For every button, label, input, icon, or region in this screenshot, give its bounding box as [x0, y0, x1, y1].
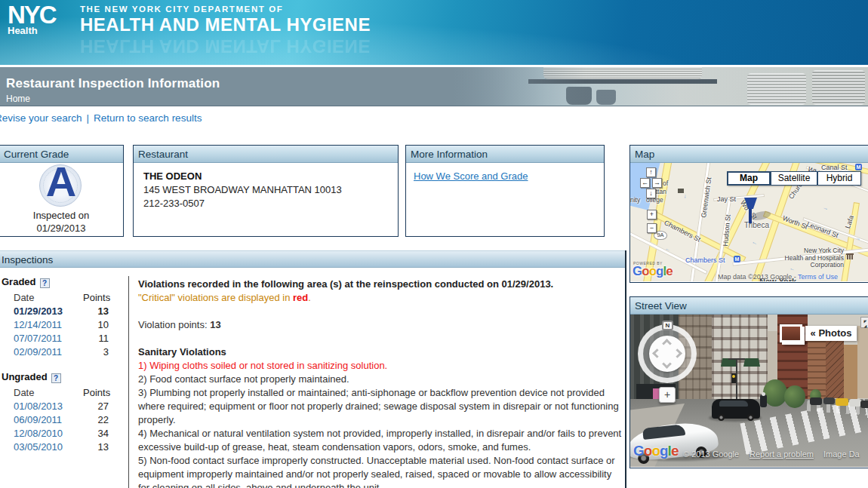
google-logo[interactable]: Google	[633, 443, 678, 459]
table-row: 03/05/201013	[2, 440, 122, 454]
inspection-date-link[interactable]: 01/08/2013	[14, 401, 63, 412]
map-label: Tribeca	[744, 221, 769, 229]
restaurant-phone: 212-233-0507	[143, 198, 205, 209]
sanitary-violations-title: Sanitary Violations	[138, 345, 625, 359]
sv-parked-car	[810, 397, 822, 405]
page-title: Restaurant Inspection Information	[6, 76, 220, 91]
department-title-reflection: HEALTH AND MENTAL HYGIENE	[80, 35, 371, 57]
table-row: 01/29/201313	[2, 305, 122, 318]
subway-icon: M	[855, 164, 862, 170]
site-header: NYC Health THE NEW YORK CITY DEPARTMENT …	[0, 0, 868, 65]
inspections-header: Inspections	[0, 250, 626, 268]
terms-of-use-link[interactable]: Terms of Use	[798, 273, 838, 281]
violations-detail: Violations recorded in the following are…	[138, 278, 625, 488]
table-row: 01/08/201327	[2, 400, 122, 413]
more-information-panel: More Information How We Score and Grade	[405, 145, 605, 237]
table-header-row: DatePoints	[2, 386, 122, 400]
map-label: Canal St	[821, 164, 848, 171]
restaurant-panel: Restaurant THE ODEON 145 WEST BROADWAY M…	[133, 145, 399, 237]
help-icon[interactable]: ?	[40, 278, 50, 288]
department-line2: HEALTH AND MENTAL HYGIENE	[80, 14, 371, 35]
table-row: 07/07/201111	[2, 332, 122, 345]
map-pan-left-button[interactable]: ←	[640, 178, 650, 188]
sv-traffic-light	[732, 375, 735, 378]
page: NYC Health THE NEW YORK CITY DEPARTMENT …	[0, 0, 868, 488]
street-view-panel: Street View	[629, 296, 868, 468]
help-icon[interactable]: ?	[51, 373, 61, 383]
sv-awning	[743, 358, 760, 367]
violation-item: 4) Mechanical or natural ventilation sys…	[138, 427, 625, 454]
map-label: Chambers St	[685, 256, 725, 264]
photos-thumbnail[interactable]	[780, 324, 802, 342]
return-results-link[interactable]: Return to search results	[94, 112, 202, 124]
map-label: Greenwich St	[700, 176, 713, 218]
map-header: Map	[630, 146, 868, 163]
critical-note: "Critical" violations are displayed in r…	[138, 291, 625, 305]
table-row: 12/14/201110	[2, 318, 122, 332]
map-pan-right-button[interactable]: →	[652, 178, 662, 188]
table-row: 12/08/201034	[2, 427, 122, 440]
inspection-date-link[interactable]: 12/08/2010	[14, 428, 63, 439]
streetview-pan-wheel[interactable]: N	[638, 324, 697, 383]
inspection-date-link[interactable]: 02/09/2011	[14, 346, 62, 358]
map-type-satellite-button[interactable]: Satellite	[771, 171, 817, 186]
report-problem-link[interactable]: Report a problem	[749, 450, 814, 459]
inspection-date-link[interactable]: 01/29/2013	[14, 305, 63, 317]
streetview-zoom-in-button[interactable]: +	[659, 387, 676, 403]
violation-item: 2) Food contact surface not properly mai…	[138, 373, 625, 386]
kitchen-photo	[453, 67, 868, 106]
page-banner: Restaurant Inspection Information Home	[0, 67, 868, 106]
street-view-header: Street View	[630, 297, 868, 315]
sv-building	[844, 345, 857, 399]
map-panel: Map → → → → → → Canal St	[629, 145, 868, 283]
sv-building	[826, 333, 844, 398]
sv-tree	[784, 385, 805, 408]
building-icon	[846, 253, 854, 259]
map-type-hybrid-button[interactable]: Hybrid	[817, 171, 861, 186]
sv-parked-car	[823, 397, 835, 404]
sv-parked-car	[860, 401, 868, 408]
sv-building	[712, 315, 768, 410]
map-pan-up-button[interactable]: ↑	[646, 167, 656, 177]
graded-inspections-table: Graded? DatePoints 01/29/201313 12/14/20…	[2, 276, 122, 359]
map-zoom-in-button[interactable]: +	[647, 210, 657, 219]
expand-icon[interactable]: ◤◢	[860, 317, 868, 328]
inspection-date-link[interactable]: 12/14/2011	[14, 319, 62, 330]
map-type-map-button[interactable]: Map	[727, 171, 771, 186]
home-link[interactable]: Home	[6, 94, 30, 104]
grade-letter: A	[0, 158, 123, 205]
inspections-right-border	[625, 250, 626, 488]
inspection-date-link[interactable]: 07/07/2011	[14, 333, 62, 344]
inspection-date-link[interactable]: 06/09/2011	[14, 414, 62, 425]
inspection-date-link[interactable]: 03/05/2010	[14, 441, 63, 453]
sv-scooter	[760, 394, 767, 407]
sv-pole	[728, 358, 745, 360]
street-view-viewport[interactable]: N + « Photos ◤◢ Google © 2013 Google Rep…	[630, 315, 868, 467]
revise-search-link[interactable]: Revise your search	[0, 112, 82, 124]
table-row: 06/09/201122	[2, 413, 122, 427]
violation-points: Violation points: 13	[138, 318, 625, 332]
photos-button[interactable]: « Photos	[805, 326, 857, 341]
map-label: nity	[630, 196, 640, 204]
compass-north-badge[interactable]: N	[662, 321, 673, 330]
column-divider	[128, 276, 129, 488]
map-pan-down-button[interactable]: ↓	[646, 189, 656, 198]
sv-car	[712, 399, 760, 419]
nyc-health-logo[interactable]: NYC Health	[8, 3, 56, 36]
restaurant-address: 145 WEST BROADWAY MANHATTAN 10013	[143, 184, 342, 195]
school-icon	[678, 189, 684, 193]
link-divider: |	[87, 112, 90, 124]
google-logo[interactable]: Google	[633, 264, 673, 279]
one-way-arrow-icon: →	[682, 193, 690, 200]
photo-fade-overlay	[453, 67, 868, 106]
one-way-arrow-icon: →	[822, 204, 830, 212]
violation-item: 1) Wiping cloths soiled or not stored in…	[138, 359, 625, 373]
how-we-score-link[interactable]: How We Score and Grade	[414, 170, 528, 182]
nyc-logo-text: NYC	[8, 3, 56, 27]
ungraded-inspections-table: Ungraded? DatePoints 01/08/201327 06/09/…	[2, 371, 122, 454]
map-poi-label: New York City Health and Hospitals Corpo…	[740, 247, 844, 269]
map-zoom-out-button[interactable]: −	[647, 223, 657, 233]
google-map[interactable]: → → → → → → Canal St M White St Church S…	[630, 163, 868, 281]
table-header-row: DatePoints	[2, 291, 122, 305]
table-row: 02/09/20113	[2, 345, 122, 359]
